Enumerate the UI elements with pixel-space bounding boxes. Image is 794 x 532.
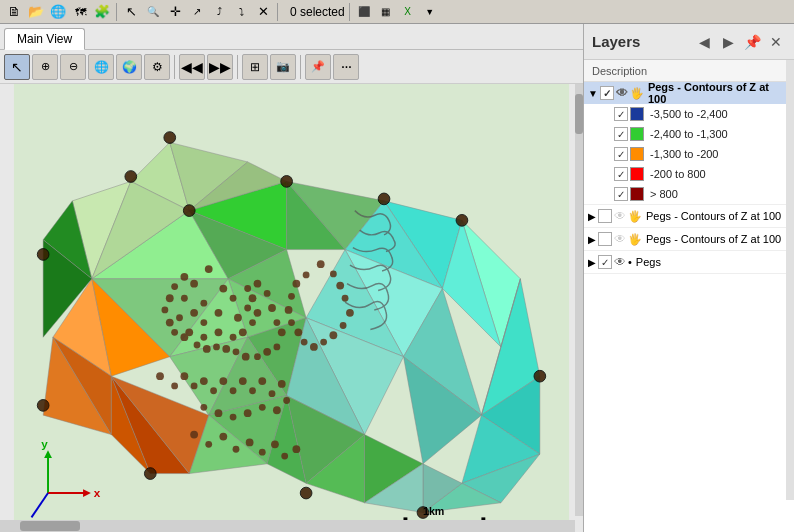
svg-point-60 bbox=[190, 280, 198, 288]
ellipsis-map-tool[interactable]: ··· bbox=[333, 54, 359, 80]
legend-check-3[interactable] bbox=[614, 147, 628, 161]
sep3 bbox=[349, 3, 350, 21]
svg-point-73 bbox=[264, 290, 271, 297]
globe-map-tool[interactable]: 🌐 bbox=[88, 54, 114, 80]
arrow-ne-icon[interactable]: ↗ bbox=[187, 2, 207, 22]
arrow-path2-icon[interactable]: ⤵ bbox=[231, 2, 251, 22]
layer-checkbox-main[interactable] bbox=[600, 86, 614, 100]
svg-point-146 bbox=[37, 249, 49, 261]
open-icon[interactable]: 📂 bbox=[26, 2, 46, 22]
zoom-out-map-tool[interactable]: ⊖ bbox=[60, 54, 86, 80]
svg-point-99 bbox=[329, 331, 337, 339]
pin-layers-icon[interactable]: 📌 bbox=[742, 32, 762, 52]
layer-row-pegs-contours-main[interactable]: ▼ 👁 🖐 Pegs - Contours of Z at 100 bbox=[584, 82, 794, 104]
grid-map-tool[interactable]: ⊞ bbox=[242, 54, 268, 80]
svg-point-75 bbox=[273, 319, 280, 326]
layer-sym-pegs: • bbox=[628, 256, 632, 268]
globe-small-icon[interactable]: 🌐 bbox=[48, 2, 68, 22]
svg-point-106 bbox=[288, 293, 295, 300]
excel-icon[interactable]: X bbox=[398, 2, 418, 22]
svg-point-113 bbox=[200, 377, 208, 385]
svg-point-147 bbox=[125, 171, 137, 183]
svg-point-111 bbox=[180, 372, 188, 380]
pin-map-tool[interactable]: 📌 bbox=[305, 54, 331, 80]
layers-list[interactable]: ▼ 👁 🖐 Pegs - Contours of Z at 100 -3,500… bbox=[584, 82, 794, 532]
svg-point-84 bbox=[203, 345, 211, 353]
map-canvas[interactable]: y x z 1km bbox=[0, 84, 583, 532]
layer-row-pegs[interactable]: ▶ 👁 • Pegs bbox=[584, 251, 794, 273]
top-toolbar: 🗎 📂 🌐 🗺 🧩 ↖ 🔍 ✛ ↗ ⤴ ⤵ ✕ 0 selected ⬛ ▦ X… bbox=[0, 0, 794, 24]
table-icon[interactable]: ▦ bbox=[376, 2, 396, 22]
left-panel: Main View ↖ ⊕ ⊖ 🌐 🌍 ⚙ ◀◀ ▶▶ ⊞ 📷 📌 ··· bbox=[0, 24, 584, 532]
file-icon[interactable]: 🗎 bbox=[4, 2, 24, 22]
legend-check-2[interactable] bbox=[614, 127, 628, 141]
layer-sym-main: 🖐 bbox=[630, 87, 644, 100]
close-x-icon[interactable]: ✕ bbox=[253, 2, 273, 22]
svg-point-125 bbox=[244, 409, 252, 417]
svg-point-117 bbox=[239, 377, 247, 385]
settings-map-tool[interactable]: ⚙ bbox=[144, 54, 170, 80]
layers-vertical-scrollbar[interactable] bbox=[786, 60, 794, 500]
svg-point-86 bbox=[180, 333, 188, 341]
select-icon[interactable]: ↖ bbox=[121, 2, 141, 22]
legend-check-1[interactable] bbox=[614, 107, 628, 121]
svg-point-139 bbox=[281, 176, 293, 188]
svg-point-143 bbox=[300, 487, 312, 499]
legend-swatch-1 bbox=[630, 107, 644, 121]
svg-point-123 bbox=[273, 406, 281, 414]
map-horizontal-scrollbar[interactable] bbox=[0, 520, 575, 532]
dropdown-arrow-icon[interactable]: ▼ bbox=[420, 2, 440, 22]
map-vertical-scrollbar[interactable] bbox=[575, 84, 583, 516]
map-small-icon[interactable]: 🗺 bbox=[70, 2, 90, 22]
map-svg: y x z 1km bbox=[0, 84, 583, 532]
svg-point-121 bbox=[278, 380, 286, 388]
legend-check-4[interactable] bbox=[614, 167, 628, 181]
sep1 bbox=[116, 3, 117, 21]
layer-row-contours-2[interactable]: ▶ 👁 🖐 Pegs - Contours of Z at 100 bbox=[584, 205, 794, 227]
cursor-icon[interactable]: ✛ bbox=[165, 2, 185, 22]
layer-eye-3[interactable]: 👁 bbox=[614, 232, 626, 246]
svg-point-78 bbox=[263, 348, 271, 356]
svg-point-83 bbox=[213, 344, 220, 351]
layer-group-contours-2: ▶ 👁 🖐 Pegs - Contours of Z at 100 bbox=[584, 205, 794, 228]
plugin-icon[interactable]: 🧩 bbox=[92, 2, 112, 22]
main-view-tab[interactable]: Main View bbox=[4, 28, 85, 50]
svg-point-65 bbox=[230, 334, 237, 341]
zoom-in-map-tool[interactable]: ⊕ bbox=[32, 54, 58, 80]
photo-map-tool[interactable]: 📷 bbox=[270, 54, 296, 80]
layers-description-bar: Description bbox=[584, 60, 794, 82]
svg-point-149 bbox=[378, 193, 390, 205]
layer-eye-2[interactable]: 👁 bbox=[614, 209, 626, 223]
legend-label-1: -3,500 to -2,400 bbox=[650, 108, 728, 120]
main-area: Main View ↖ ⊕ ⊖ 🌐 🌍 ⚙ ◀◀ ▶▶ ⊞ 📷 📌 ··· bbox=[0, 24, 794, 532]
svg-point-101 bbox=[310, 343, 318, 351]
svg-point-130 bbox=[205, 441, 212, 448]
layer-checkbox-3[interactable] bbox=[598, 232, 612, 246]
arrow-path-icon[interactable]: ⤴ bbox=[209, 2, 229, 22]
expand-arrow-3-icon: ▶ bbox=[588, 234, 596, 245]
fwd-map-tool[interactable]: ▶▶ bbox=[207, 54, 233, 80]
globe2-map-tool[interactable]: 🌍 bbox=[116, 54, 142, 80]
select-map-tool[interactable]: ↖ bbox=[4, 54, 30, 80]
svg-point-136 bbox=[281, 453, 288, 460]
zoom-icon[interactable]: 🔍 bbox=[143, 2, 163, 22]
layer-checkbox-pegs[interactable] bbox=[598, 255, 612, 269]
legend-check-5[interactable] bbox=[614, 187, 628, 201]
svg-point-77 bbox=[273, 344, 280, 351]
back-map-tool[interactable]: ◀◀ bbox=[179, 54, 205, 80]
svg-point-82 bbox=[222, 345, 230, 353]
layer-eye-pegs[interactable]: 👁 bbox=[614, 255, 626, 269]
fwd-layers-icon[interactable]: ▶ bbox=[718, 32, 738, 52]
back-layers-icon[interactable]: ◀ bbox=[694, 32, 714, 52]
legend-row-2: -2,400 to -1,300 bbox=[584, 124, 794, 144]
legend-row-1: -3,500 to -2,400 bbox=[584, 104, 794, 124]
layer-eye-main[interactable]: 👁 bbox=[616, 86, 628, 100]
layer-row-contours-3[interactable]: ▶ 👁 🖐 Pegs - Contours of Z at 100 bbox=[584, 228, 794, 250]
svg-point-88 bbox=[166, 319, 174, 327]
export-icon[interactable]: ⬛ bbox=[354, 2, 374, 22]
close-layers-icon[interactable]: ✕ bbox=[766, 32, 786, 52]
svg-point-87 bbox=[171, 329, 178, 336]
svg-point-67 bbox=[249, 319, 256, 326]
legend-swatch-3 bbox=[630, 147, 644, 161]
layer-checkbox-2[interactable] bbox=[598, 209, 612, 223]
